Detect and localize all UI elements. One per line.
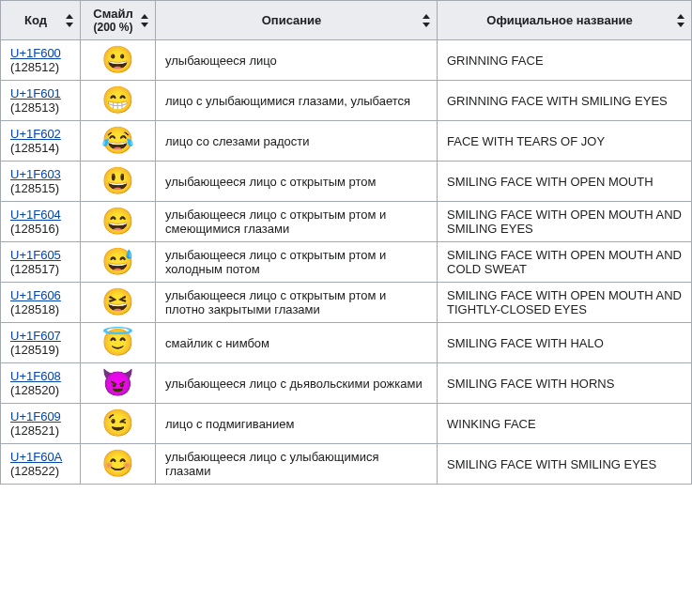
table-row: U+1F604(128516)😄улыбающееся лицо с откры…: [1, 202, 692, 242]
header-row: Код Смайл (200 %) Описание Официальное н…: [1, 1, 692, 40]
cell-emoji: 😆: [81, 283, 156, 323]
emoji-glyph: 😆: [101, 287, 134, 316]
cell-description: улыбающееся лицо: [156, 40, 438, 81]
cell-code: U+1F606(128518): [1, 283, 81, 323]
cell-description: улыбающееся лицо с открытым ртом и смеющ…: [156, 202, 438, 242]
code-hex-link[interactable]: U+1F604: [10, 208, 70, 222]
cell-emoji: 😄: [81, 202, 156, 242]
emoji-glyph: 😃: [101, 166, 134, 195]
cell-official-name: FACE WITH TEARS OF JOY: [438, 121, 692, 162]
code-hex-link[interactable]: U+1F603: [10, 167, 70, 181]
sort-icon: [422, 14, 431, 27]
emoji-glyph: 😀: [101, 45, 134, 74]
cell-code: U+1F601(128513): [1, 81, 81, 121]
table-row: U+1F603(128515)😃улыбающееся лицо с откры…: [1, 162, 692, 202]
cell-description: улыбающееся лицо с дьявольскими рожками: [156, 363, 438, 404]
cell-official-name: WINKING FACE: [438, 404, 692, 444]
column-header-emoji[interactable]: Смайл (200 %): [81, 1, 156, 40]
table-row: U+1F601(128513)😁лицо с улыбающимися глаз…: [1, 81, 692, 121]
table-row: U+1F600(128512)😀улыбающееся лицоGRINNING…: [1, 40, 692, 81]
table-row: U+1F602(128514)😂лицо со слезами радостиF…: [1, 121, 692, 162]
cell-emoji: 😊: [81, 444, 156, 485]
column-header-official-name[interactable]: Официальное название: [438, 1, 692, 40]
sort-icon: [65, 14, 74, 27]
cell-emoji: 😉: [81, 404, 156, 444]
header-label: Официальное название: [486, 13, 632, 27]
cell-code: U+1F603(128515): [1, 162, 81, 202]
code-dec: (128515): [10, 181, 70, 195]
emoji-glyph: 😇: [101, 328, 134, 357]
code-hex-link[interactable]: U+1F605: [10, 248, 70, 262]
emoji-glyph: 😊: [101, 449, 134, 478]
cell-official-name: GRINNING FACE WITH SMILING EYES: [438, 81, 692, 121]
sort-icon: [676, 14, 685, 27]
table-row: U+1F60A(128522)😊улыбающееся лицо с улыба…: [1, 444, 692, 485]
table-row: U+1F606(128518)😆улыбающееся лицо с откры…: [1, 283, 692, 323]
header-label: Код: [24, 13, 47, 27]
table-row: U+1F605(128517)😅улыбающееся лицо с откры…: [1, 242, 692, 283]
cell-description: улыбающееся лицо с открытым ртом и холод…: [156, 242, 438, 283]
code-hex-link[interactable]: U+1F607: [10, 329, 70, 343]
cell-emoji: 😂: [81, 121, 156, 162]
code-hex-link[interactable]: U+1F609: [10, 409, 70, 424]
cell-code: U+1F604(128516): [1, 202, 81, 242]
code-dec: (128521): [10, 424, 70, 438]
emoji-glyph: 😉: [101, 408, 134, 438]
cell-description: смайлик с нимбом: [156, 323, 438, 363]
cell-code: U+1F608(128520): [1, 363, 81, 404]
cell-emoji: 😁: [81, 81, 156, 121]
cell-official-name: SMILING FACE WITH HALO: [438, 323, 692, 363]
emoji-glyph: 😅: [101, 247, 134, 276]
table-row: U+1F609(128521)😉лицо с подмигиваниемWINK…: [1, 404, 692, 444]
cell-code: U+1F60A(128522): [1, 444, 81, 485]
cell-code: U+1F602(128514): [1, 121, 81, 162]
header-sublabel: (200 %): [90, 21, 136, 34]
cell-official-name: SMILING FACE WITH OPEN MOUTH: [438, 162, 692, 202]
cell-emoji: 😅: [81, 242, 156, 283]
cell-emoji: 😈: [81, 363, 156, 404]
table-row: U+1F607(128519)😇смайлик с нимбомSMILING …: [1, 323, 692, 363]
code-dec: (128514): [10, 141, 70, 155]
cell-emoji: 😇: [81, 323, 156, 363]
emoji-table: Код Смайл (200 %) Описание Официальное н…: [0, 0, 692, 485]
column-header-description[interactable]: Описание: [156, 1, 438, 40]
code-dec: (128520): [10, 383, 70, 397]
cell-description: лицо с подмигиванием: [156, 404, 438, 444]
cell-code: U+1F605(128517): [1, 242, 81, 283]
code-dec: (128517): [10, 262, 70, 276]
cell-description: улыбающееся лицо с улыбающимися глазами: [156, 444, 438, 485]
code-hex-link[interactable]: U+1F60A: [10, 450, 70, 464]
sort-icon: [140, 14, 149, 27]
cell-code: U+1F609(128521): [1, 404, 81, 444]
table-row: U+1F608(128520)😈улыбающееся лицо с дьяво…: [1, 363, 692, 404]
cell-description: лицо со слезами радости: [156, 121, 438, 162]
code-hex-link[interactable]: U+1F602: [10, 127, 70, 141]
header-label: Описание: [262, 13, 322, 27]
emoji-glyph: 😁: [101, 85, 134, 115]
cell-official-name: GRINNING FACE: [438, 40, 692, 81]
header-label: Смайл: [93, 7, 132, 21]
cell-description: улыбающееся лицо с открытым ртом: [156, 162, 438, 202]
code-dec: (128513): [10, 100, 70, 115]
emoji-glyph: 😈: [101, 368, 134, 397]
code-hex-link[interactable]: U+1F606: [10, 288, 70, 302]
cell-code: U+1F607(128519): [1, 323, 81, 363]
emoji-glyph: 😂: [101, 126, 134, 155]
cell-official-name: SMILING FACE WITH OPEN MOUTH AND TIGHTLY…: [438, 283, 692, 323]
cell-official-name: SMILING FACE WITH HORNS: [438, 363, 692, 404]
code-dec: (128512): [10, 60, 70, 74]
column-header-code[interactable]: Код: [1, 1, 81, 40]
emoji-glyph: 😄: [101, 207, 134, 236]
cell-emoji: 😃: [81, 162, 156, 202]
code-hex-link[interactable]: U+1F608: [10, 369, 70, 383]
code-hex-link[interactable]: U+1F600: [10, 46, 70, 60]
code-dec: (128519): [10, 343, 70, 357]
code-dec: (128516): [10, 222, 70, 236]
code-dec: (128518): [10, 302, 70, 316]
cell-official-name: SMILING FACE WITH OPEN MOUTH AND COLD SW…: [438, 242, 692, 283]
code-hex-link[interactable]: U+1F601: [10, 86, 70, 100]
cell-official-name: SMILING FACE WITH OPEN MOUTH AND SMILING…: [438, 202, 692, 242]
cell-official-name: SMILING FACE WITH SMILING EYES: [438, 444, 692, 485]
code-dec: (128522): [10, 464, 70, 478]
cell-emoji: 😀: [81, 40, 156, 81]
